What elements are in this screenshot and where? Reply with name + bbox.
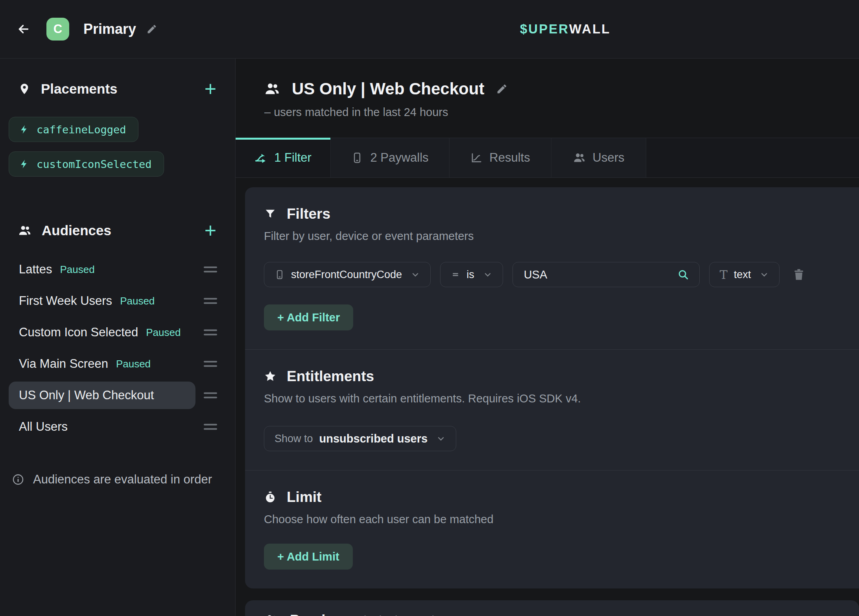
limit-section: Limit Choose how often each user can be … [245, 470, 859, 588]
phone-icon [275, 269, 285, 280]
location-pin-icon [18, 83, 31, 95]
limit-title: Limit [287, 489, 321, 505]
audience-settings-card: Filters Filter by user, device or event … [245, 187, 859, 588]
entitlements-title: Entitlements [287, 368, 374, 385]
back-arrow-icon[interactable] [17, 22, 31, 36]
page-title: US Only | Web Checkout [292, 79, 484, 98]
filters-section: Filters Filter by user, device or event … [245, 187, 859, 349]
show-to-dropdown[interactable]: Show to unsubscribed users [264, 426, 456, 451]
filter-value-input[interactable] [523, 268, 654, 282]
drag-handle-icon[interactable] [204, 361, 217, 367]
lightning-bolt-icon [19, 124, 29, 135]
add-audience-button[interactable]: + [205, 223, 216, 238]
workspace-avatar[interactable]: C [46, 18, 69, 41]
paused-badge: Paused [146, 326, 181, 339]
audiences-order-note: Audiences are evaluated in order [12, 472, 235, 487]
add-filter-button[interactable]: + Add Filter [264, 304, 353, 330]
users-icon [18, 224, 31, 237]
star-icon [264, 370, 277, 383]
tab-filters[interactable]: 1 Filter [236, 138, 331, 177]
tab-results[interactable]: Results [450, 138, 551, 177]
users-icon [573, 151, 586, 164]
filters-title: Filters [287, 206, 330, 222]
chevron-down-icon [436, 434, 446, 443]
funnel-icon [264, 208, 277, 220]
preview-subtitle: 0 in the last 24 hours [354, 614, 460, 616]
audience-row-first-week-users[interactable]: First Week Users Paused [9, 285, 235, 317]
filter-type-dropdown[interactable]: T text [709, 262, 780, 287]
filter-property-value: storeFrontCountryCode [291, 269, 402, 281]
tab-bar: 1 Filter 2 Paywalls Results Users [236, 138, 859, 178]
superwall-logo: $UPERWALL [520, 0, 611, 58]
show-to-value: unsubscribed users [319, 432, 428, 445]
equals-icon [451, 270, 460, 279]
placement-chip-label: customIconSelected [37, 158, 152, 170]
topbar: C Primary $UPERWALL [0, 0, 859, 59]
logo-teal-part: $UPER [520, 22, 569, 37]
filter-property-dropdown[interactable]: storeFrontCountryCode [264, 262, 431, 287]
drag-handle-icon[interactable] [204, 424, 217, 430]
entitlements-description: Show to users with certain entitlements.… [264, 392, 840, 406]
tab-label: Users [593, 151, 625, 165]
chevron-down-icon [759, 270, 769, 279]
users-icon [264, 81, 280, 97]
chevron-down-icon [483, 270, 492, 279]
paused-badge: Paused [116, 358, 151, 370]
audience-row-all-users[interactable]: All Users [9, 411, 235, 443]
audiences-title: Audiences [42, 223, 205, 238]
tab-label: 2 Paywalls [370, 151, 428, 165]
filter-row: storeFrontCountryCode is [264, 262, 840, 287]
drag-handle-icon[interactable] [204, 393, 217, 398]
entitlements-section: Entitlements Show to users with certain … [245, 349, 859, 470]
audience-row-custom-icon-selected[interactable]: Custom Icon Selected Paused [9, 317, 235, 348]
avatar-initial: C [53, 22, 62, 36]
filter-operator-dropdown[interactable]: is [440, 262, 503, 287]
paused-badge: Paused [120, 295, 155, 307]
tab-label: Results [489, 151, 530, 165]
lightning-bolt-icon [19, 159, 29, 169]
preview-title: Preview [290, 612, 345, 616]
tab-paywalls[interactable]: 2 Paywalls [331, 138, 450, 177]
placement-chip[interactable]: caffeineLogged [9, 117, 138, 142]
logo-white-part: WALL [569, 22, 610, 37]
placement-chip[interactable]: customIconSelected [9, 151, 164, 177]
filter-operator-value: is [466, 269, 474, 281]
page-subtitle: – users matched in the last 24 hours [264, 106, 859, 119]
show-to-label: Show to [275, 433, 313, 445]
edit-workspace-pencil-icon[interactable] [146, 24, 157, 35]
edit-audience-pencil-icon[interactable] [496, 83, 508, 95]
audiences-section: Audiences + Lattes Paused First Week Use… [0, 221, 235, 443]
chevron-right-icon: › [467, 614, 472, 616]
main-content: US Only | Web Checkout – users matched i… [236, 59, 859, 616]
drag-handle-icon[interactable] [204, 267, 217, 273]
audience-row-via-main-screen[interactable]: Via Main Screen Paused [9, 348, 235, 380]
chevron-down-icon [411, 270, 420, 279]
add-limit-button[interactable]: + Add Limit [264, 544, 353, 570]
text-type-icon: T [720, 268, 728, 282]
search-icon[interactable] [677, 269, 689, 280]
info-icon [12, 473, 24, 486]
split-arrows-icon [254, 151, 267, 164]
placements-section: Placements + caffeineLogged customIconSe… [0, 59, 235, 177]
sidebar: Placements + caffeineLogged customIconSe… [0, 59, 236, 616]
add-placement-button[interactable]: + [205, 81, 216, 97]
placements-title: Placements [41, 81, 205, 97]
filters-description: Filter by user, device or event paramete… [264, 230, 840, 243]
audience-header: US Only | Web Checkout – users matched i… [236, 59, 859, 119]
tab-users[interactable]: Users [551, 138, 646, 177]
stopwatch-icon [264, 491, 277, 503]
filter-value-field[interactable] [512, 262, 700, 287]
drag-handle-icon[interactable] [204, 298, 217, 304]
users-icon [264, 613, 279, 616]
audience-row-lattes[interactable]: Lattes Paused [9, 254, 235, 285]
phone-icon [351, 152, 363, 164]
audience-row-us-only-web-checkout[interactable]: US Only | Web Checkout [9, 380, 235, 411]
preview-card[interactable]: Preview 0 in the last 24 hours › [245, 600, 859, 616]
delete-filter-button[interactable] [792, 268, 806, 281]
drag-handle-icon[interactable] [204, 330, 217, 336]
filter-type-value: text [734, 269, 751, 281]
workspace-title: Primary [83, 21, 136, 37]
audience-list: Lattes Paused First Week Users Paused Cu… [0, 254, 235, 443]
tab-label: 1 Filter [274, 151, 312, 165]
paused-badge: Paused [60, 264, 94, 276]
